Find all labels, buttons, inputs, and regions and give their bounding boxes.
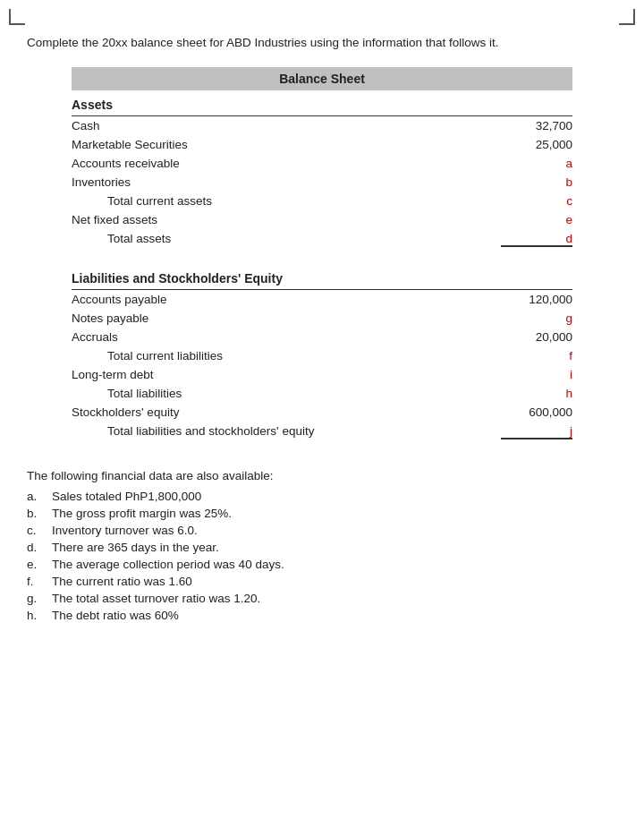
asset-row-5: Net fixed assetse — [72, 210, 572, 229]
asset-value-0: 32,700 — [501, 119, 572, 132]
asset-label-2: Accounts receivable — [72, 157, 501, 170]
financial-letter-4: e. — [27, 558, 52, 571]
financial-letter-3: d. — [27, 541, 52, 554]
asset-row-1: Marketable Securities25,000 — [72, 135, 572, 154]
asset-label-0: Cash — [72, 119, 501, 132]
financial-text-4: The average collection period was 40 day… — [52, 558, 617, 571]
liability-label-3: Total current liabilities — [72, 349, 501, 363]
financial-item-6: g.The total asset turnover ratio was 1.2… — [27, 592, 617, 605]
financial-letter-1: b. — [27, 507, 52, 520]
liability-row-2: Accruals20,000 — [72, 328, 572, 346]
financial-text-3: There are 365 days in the year. — [52, 541, 617, 554]
liability-row-3: Total current liabilitiesf — [72, 346, 572, 365]
corner-decoration-top-right — [619, 9, 635, 25]
balance-sheet-container: Balance Sheet Assets Cash32,700Marketabl… — [72, 67, 572, 442]
asset-label-4: Total current assets — [72, 194, 501, 208]
liability-label-1: Notes payable — [72, 311, 501, 325]
liability-value-0: 120,000 — [501, 293, 572, 306]
financial-text-1: The gross profit margin was 25%. — [52, 507, 617, 520]
financial-data-list: a.Sales totaled PhP1,800,000b.The gross … — [27, 490, 617, 622]
financial-letter-2: c. — [27, 524, 52, 537]
asset-value-4: c — [501, 194, 572, 208]
intro-text: Complete the 20xx balance sheet for ABD … — [27, 36, 617, 49]
asset-value-3: b — [501, 175, 572, 189]
total-liabilities-equity-row: Total liabilities and stockholders' equi… — [72, 422, 572, 442]
financial-text-5: The current ratio was 1.60 — [52, 575, 617, 588]
financial-item-1: b.The gross profit margin was 25%. — [27, 507, 617, 520]
financial-item-7: h.The debt ratio was 60% — [27, 609, 617, 622]
liability-label-6: Stockholders' equity — [72, 405, 501, 419]
liabilities-rows: Accounts payable120,000Notes payablegAcc… — [72, 290, 572, 422]
liability-label-2: Accruals — [72, 330, 501, 344]
total-assets-value: d — [501, 232, 572, 247]
total-liabilities-equity-label: Total liabilities and stockholders' equi… — [72, 424, 501, 438]
liabilities-header: Liabilities and Stockholders' Equity — [72, 264, 572, 290]
asset-label-3: Inventories — [72, 175, 501, 189]
financial-data-intro: The following financial data are also av… — [27, 469, 617, 482]
liability-label-5: Total liabilities — [72, 387, 501, 400]
liability-value-1: g — [501, 311, 572, 325]
asset-value-5: e — [501, 213, 572, 226]
liability-value-2: 20,000 — [501, 330, 572, 344]
assets-header: Assets — [72, 90, 572, 116]
liability-label-4: Long-term debt — [72, 368, 501, 381]
liability-value-3: f — [501, 349, 572, 363]
financial-letter-6: g. — [27, 592, 52, 605]
total-liabilities-equity-value: j — [501, 424, 572, 439]
financial-letter-5: f. — [27, 575, 52, 588]
asset-row-0: Cash32,700 — [72, 116, 572, 135]
financial-data-section: The following financial data are also av… — [27, 469, 617, 622]
liability-value-6: 600,000 — [501, 405, 572, 419]
asset-row-4: Total current assetsc — [72, 192, 572, 210]
liability-value-4: i — [501, 368, 572, 381]
liability-row-5: Total liabilitiesh — [72, 384, 572, 403]
liability-row-6: Stockholders' equity600,000 — [72, 403, 572, 422]
asset-label-5: Net fixed assets — [72, 213, 501, 226]
financial-text-6: The total asset turnover ratio was 1.20. — [52, 592, 617, 605]
asset-row-3: Inventoriesb — [72, 173, 572, 192]
total-assets-row: Total assets d — [72, 229, 572, 250]
liability-row-0: Accounts payable120,000 — [72, 290, 572, 309]
total-assets-label: Total assets — [72, 232, 501, 245]
financial-text-2: Inventory turnover was 6.0. — [52, 524, 617, 537]
asset-value-2: a — [501, 157, 572, 170]
corner-decoration-top-left — [9, 9, 25, 25]
financial-item-2: c.Inventory turnover was 6.0. — [27, 524, 617, 537]
financial-text-7: The debt ratio was 60% — [52, 609, 617, 622]
financial-letter-7: h. — [27, 609, 52, 622]
balance-sheet-title: Balance Sheet — [72, 67, 572, 90]
financial-item-4: e.The average collection period was 40 d… — [27, 558, 617, 571]
liability-value-5: h — [501, 387, 572, 400]
financial-text-0: Sales totaled PhP1,800,000 — [52, 490, 617, 503]
asset-row-2: Accounts receivablea — [72, 154, 572, 173]
liability-row-4: Long-term debti — [72, 365, 572, 384]
liability-row-1: Notes payableg — [72, 309, 572, 328]
financial-letter-0: a. — [27, 490, 52, 503]
financial-item-0: a.Sales totaled PhP1,800,000 — [27, 490, 617, 503]
asset-label-1: Marketable Securities — [72, 138, 501, 151]
asset-value-1: 25,000 — [501, 138, 572, 151]
assets-rows: Cash32,700Marketable Securities25,000Acc… — [72, 116, 572, 229]
liability-label-0: Accounts payable — [72, 293, 501, 306]
financial-item-3: d.There are 365 days in the year. — [27, 541, 617, 554]
financial-item-5: f.The current ratio was 1.60 — [27, 575, 617, 588]
